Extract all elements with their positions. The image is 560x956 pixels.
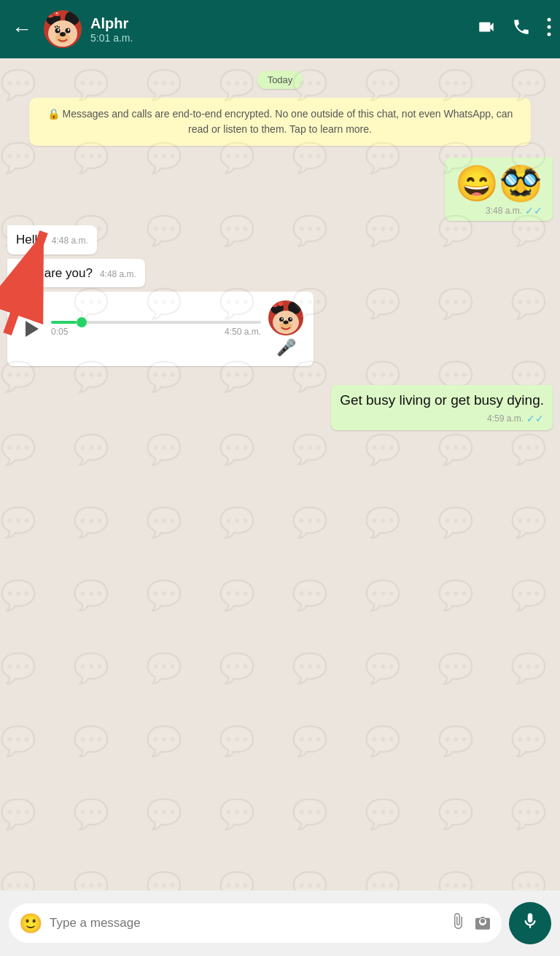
- table-row: 0:05 4:50 a.m.: [7, 292, 553, 366]
- message-time: 4:59 a.m.: [487, 413, 524, 424]
- read-receipt: ✓✓: [525, 205, 542, 217]
- voice-duration: 0:05: [51, 327, 68, 337]
- camera-button[interactable]: [474, 912, 491, 934]
- svg-point-31: [290, 319, 292, 320]
- microphone-icon: [521, 912, 540, 936]
- svg-line-15: [57, 26, 58, 27]
- voice-waveform: 0:05 4:50 a.m.: [51, 321, 261, 337]
- message-time: 4:48 a.m.: [52, 236, 88, 246]
- svg-point-5: [49, 13, 50, 15]
- outgoing-bubble: Get busy living or get busy dying. 4:59 …: [331, 385, 553, 430]
- outgoing-emoji-bubble: 😄🥸 3:48 a.m. ✓✓: [445, 158, 553, 221]
- messages-list: 😄🥸 3:48 a.m. ✓✓ Hello 4:48 a.m. How are …: [7, 158, 553, 432]
- svg-point-9: [60, 32, 66, 36]
- table-row: How are you? 4:48 a.m.: [7, 259, 553, 288]
- video-call-button[interactable]: [477, 18, 496, 41]
- date-label: Today: [257, 71, 303, 89]
- svg-point-24: [276, 303, 279, 306]
- incoming-bubble: Hello 4:48 a.m.: [7, 225, 97, 254]
- voice-info: 0:05 4:50 a.m.: [51, 327, 261, 337]
- play-voice-button[interactable]: [18, 316, 44, 342]
- svg-point-18: [548, 26, 551, 29]
- waveform-track: [51, 321, 261, 324]
- svg-point-30: [281, 319, 283, 320]
- svg-point-27: [284, 321, 289, 325]
- read-receipt: ✓✓: [526, 413, 544, 424]
- emoji-picker-button[interactable]: 🙂: [19, 912, 42, 935]
- header-actions: [477, 18, 551, 41]
- table-row: Get busy living or get busy dying. 4:59 …: [7, 385, 553, 430]
- table-row: Hello 4:48 a.m.: [7, 225, 553, 254]
- contact-status: 5:01 a.m.: [90, 32, 468, 44]
- input-wrapper: 🙂: [9, 903, 502, 943]
- voice-avatar: [268, 300, 303, 335]
- svg-point-13: [68, 29, 69, 31]
- svg-point-10: [55, 28, 61, 34]
- message-text: How are you?: [16, 265, 93, 282]
- message-text: Hello: [16, 231, 44, 249]
- more-options-button[interactable]: [547, 18, 551, 41]
- message-meta: 4:59 a.m. ✓✓: [340, 413, 544, 424]
- message-text: Get busy living or get busy dying.: [340, 392, 544, 408]
- svg-point-6: [56, 12, 58, 14]
- svg-point-28: [279, 317, 284, 322]
- attach-button[interactable]: [449, 912, 467, 934]
- chat-header: ←: [0, 0, 560, 58]
- message-time: 4:50 a.m.: [225, 327, 261, 337]
- svg-point-12: [58, 29, 59, 31]
- svg-point-4: [52, 13, 55, 17]
- back-button[interactable]: ←: [9, 15, 35, 44]
- contact-name: Alphr: [90, 15, 468, 32]
- contact-avatar[interactable]: [44, 10, 82, 48]
- message-time: 3:48 a.m.: [486, 206, 522, 216]
- contact-info: Alphr 5:01 a.m.: [90, 15, 468, 44]
- encryption-notice[interactable]: 🔒 Messages and calls are end-to-end encr…: [29, 98, 531, 146]
- message-input[interactable]: [50, 916, 442, 930]
- svg-point-19: [548, 33, 551, 36]
- emoji-content: 😄🥸: [455, 165, 542, 203]
- message-meta: 3:48 a.m. ✓✓: [455, 205, 542, 217]
- voice-call-button[interactable]: [512, 18, 531, 41]
- svg-point-29: [288, 317, 292, 322]
- date-separator: Today: [7, 73, 553, 86]
- message-time: 4:48 a.m.: [100, 269, 136, 279]
- svg-point-11: [66, 28, 71, 34]
- incoming-bubble: How are you? 4:48 a.m.: [7, 259, 145, 288]
- svg-point-17: [548, 18, 551, 22]
- message-input-bar: 🙂: [0, 890, 560, 956]
- chat-messages-area: Today 🔒 Messages and calls are end-to-en…: [0, 58, 560, 890]
- record-voice-button[interactable]: [509, 902, 551, 944]
- table-row: 😄🥸 3:48 a.m. ✓✓: [7, 158, 553, 221]
- voice-message-bubble: 0:05 4:50 a.m.: [7, 292, 314, 366]
